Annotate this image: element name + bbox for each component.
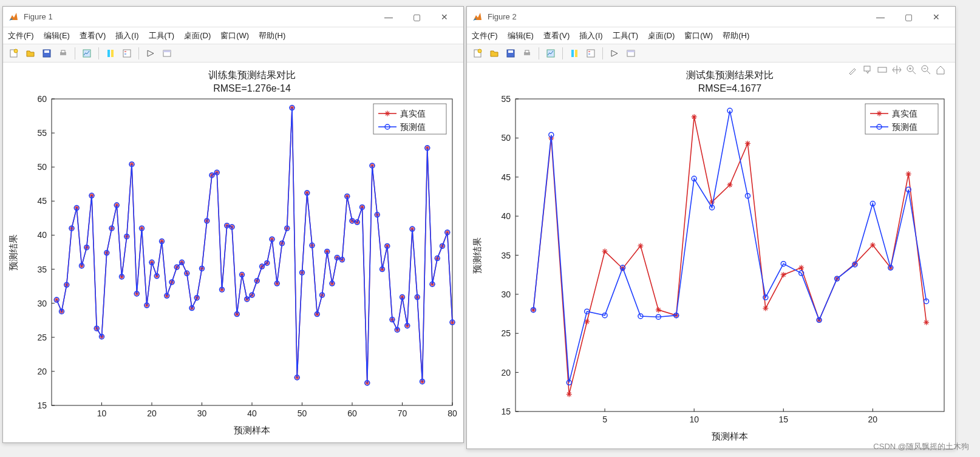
svg-text:RMSE=4.1677: RMSE=4.1677 <box>698 83 762 93</box>
datatip-icon[interactable] <box>862 64 874 76</box>
menu-edit[interactable]: 编辑(E) <box>44 30 70 41</box>
maximize-button[interactable]: ▢ <box>894 8 922 25</box>
menu-window[interactable]: 窗口(W) <box>684 30 713 41</box>
svg-text:35: 35 <box>501 251 511 260</box>
svg-text:10: 10 <box>97 408 107 418</box>
svg-text:预测值: 预测值 <box>400 122 426 132</box>
menu-help[interactable]: 帮助(H) <box>723 30 749 41</box>
svg-text:60: 60 <box>37 94 47 104</box>
new-figure-icon[interactable] <box>471 46 485 61</box>
window-title: Figure 1 <box>24 12 375 21</box>
svg-text:30: 30 <box>37 299 47 308</box>
link-plot-icon[interactable] <box>543 46 558 61</box>
axes-toolbar[interactable] <box>847 64 947 76</box>
save-icon[interactable] <box>503 46 518 61</box>
svg-text:真实值: 真实值 <box>400 109 426 118</box>
minimize-button[interactable]: ― <box>375 8 403 25</box>
chart-2: 5101520152025303540455055测试集预测结果对比RMSE=4… <box>467 63 956 448</box>
svg-text:20: 20 <box>147 408 157 418</box>
svg-rect-6 <box>83 50 90 57</box>
edit-plot-icon[interactable] <box>607 46 622 61</box>
rotate-icon[interactable] <box>876 64 888 76</box>
colorbar-icon[interactable] <box>567 46 582 61</box>
menu-insert[interactable]: 插入(I) <box>115 30 138 41</box>
svg-text:80: 80 <box>447 408 457 418</box>
svg-text:5: 5 <box>602 415 607 424</box>
restore-view-icon[interactable] <box>934 64 947 76</box>
menu-file[interactable]: 文件(F) <box>8 30 34 41</box>
svg-text:15: 15 <box>37 401 47 410</box>
svg-rect-14 <box>52 99 452 405</box>
matlab-icon <box>8 12 19 22</box>
svg-text:预测样本: 预测样本 <box>234 425 270 435</box>
new-figure-icon[interactable] <box>7 46 21 61</box>
menu-file[interactable]: 文件(F) <box>472 30 498 41</box>
menu-desktop[interactable]: 桌面(D) <box>648 30 675 41</box>
menu-tools[interactable]: 工具(T) <box>149 30 175 41</box>
svg-text:55: 55 <box>501 94 511 104</box>
legend-icon[interactable] <box>584 46 598 61</box>
svg-text:25: 25 <box>501 328 511 338</box>
brush-icon[interactable] <box>847 64 859 76</box>
window-title: Figure 2 <box>488 12 866 21</box>
close-button[interactable]: ✕ <box>922 8 950 25</box>
open-icon[interactable] <box>487 46 502 61</box>
svg-text:55: 55 <box>37 128 47 138</box>
zoom-out-icon[interactable] <box>920 64 932 76</box>
open-icon[interactable] <box>23 46 38 61</box>
menu-window[interactable]: 窗口(W) <box>220 30 249 41</box>
menu-insert[interactable]: 插入(I) <box>579 30 602 41</box>
svg-text:40: 40 <box>247 408 257 418</box>
chart-1: 102030405060708015202530354045505560训练集预… <box>3 63 464 442</box>
figure-window-1: Figure 1 ― ▢ ✕ 文件(F) 编辑(E) 查看(V) 插入(I) 工… <box>2 6 464 443</box>
close-button[interactable]: ✕ <box>430 8 458 25</box>
menubar: 文件(F) 编辑(E) 查看(V) 插入(I) 工具(T) 桌面(D) 窗口(W… <box>3 27 463 44</box>
colorbar-icon[interactable] <box>103 46 118 61</box>
svg-rect-473 <box>575 50 577 57</box>
menu-view[interactable]: 查看(V) <box>80 30 106 41</box>
print-icon[interactable] <box>520 46 534 61</box>
svg-rect-480 <box>878 67 886 72</box>
print-icon[interactable] <box>56 46 70 61</box>
svg-text:40: 40 <box>37 230 47 240</box>
svg-text:50: 50 <box>501 133 511 143</box>
svg-rect-470 <box>525 50 529 53</box>
svg-rect-472 <box>571 50 574 57</box>
zoom-in-icon[interactable] <box>905 64 917 76</box>
svg-text:15: 15 <box>778 415 788 424</box>
svg-rect-468 <box>508 50 513 53</box>
svg-text:真实值: 真实值 <box>892 109 917 118</box>
edit-plot-icon[interactable] <box>143 46 158 61</box>
save-icon[interactable] <box>39 46 54 61</box>
svg-text:20: 20 <box>501 368 511 377</box>
svg-rect-474 <box>587 50 594 57</box>
svg-text:50: 50 <box>298 408 307 418</box>
svg-text:训练集预测结果对比: 训练集预测结果对比 <box>208 70 296 80</box>
svg-rect-483 <box>516 99 944 411</box>
svg-text:45: 45 <box>37 196 47 206</box>
menu-view[interactable]: 查看(V) <box>543 30 570 41</box>
svg-text:20: 20 <box>868 415 878 424</box>
svg-text:10: 10 <box>689 415 699 424</box>
svg-text:60: 60 <box>347 408 357 418</box>
open-property-icon[interactable] <box>160 46 174 61</box>
svg-text:30: 30 <box>501 289 511 299</box>
minimize-button[interactable]: ― <box>866 8 894 25</box>
menu-edit[interactable]: 编辑(E) <box>508 30 534 41</box>
svg-point-466 <box>478 49 481 53</box>
svg-text:RMSE=1.276e-14: RMSE=1.276e-14 <box>213 83 291 93</box>
pan-icon[interactable] <box>891 64 903 76</box>
legend-icon[interactable] <box>120 46 134 61</box>
svg-text:40: 40 <box>501 211 511 221</box>
matlab-icon <box>472 12 483 22</box>
svg-text:25: 25 <box>37 333 47 342</box>
maximize-button[interactable]: ▢ <box>403 8 430 25</box>
open-property-icon[interactable] <box>624 46 638 61</box>
svg-text:测试集预测结果对比: 测试集预测结果对比 <box>686 70 774 80</box>
svg-text:45: 45 <box>501 172 511 182</box>
menu-help[interactable]: 帮助(H) <box>259 30 285 41</box>
menu-desktop[interactable]: 桌面(D) <box>184 30 211 41</box>
menu-tools[interactable]: 工具(T) <box>613 30 639 41</box>
link-plot-icon[interactable] <box>80 46 94 61</box>
svg-text:预测结果: 预测结果 <box>8 234 18 271</box>
